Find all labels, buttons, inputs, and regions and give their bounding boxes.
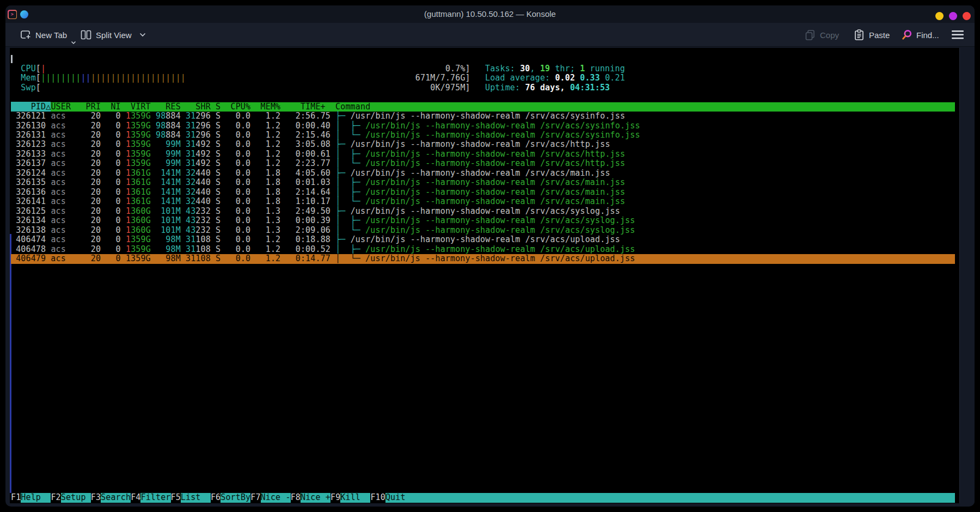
new-tab-label: New Tab [35,30,67,40]
fn-label-filter[interactable]: Filter [140,493,170,503]
split-view-chevron-down-icon [139,33,146,37]
process-row[interactable]: 326136 acs 20 0 1361G 141M 32440 S 0.0 1… [11,188,955,198]
window-close-button[interactable] [963,12,971,20]
process-row[interactable]: 326135 acs 20 0 1361G 141M 32440 S 0.0 1… [11,178,955,188]
split-view-label: Split View [96,30,132,40]
fn-key-f2[interactable]: F2 [51,493,60,503]
find-label: Find... [916,30,939,40]
window-title: (guttmann) 10.50.50.162 — Konsole [5,5,975,23]
copy-icon [805,29,816,40]
process-row[interactable]: 326130 acs 20 0 1359G 98884 31296 S 0.0 … [11,121,955,131]
tasks-summary: Tasks: 30, 19 thr; 1 running [485,64,625,74]
process-row-selected[interactable]: 406479 acs 20 0 1359G 98M 31108 S 0.0 1.… [11,254,955,264]
mem-meter: Mem[||||||||||||||||||||||||||||| 671M/7… [11,73,470,83]
fn-label-search[interactable]: Search [101,493,131,503]
process-row[interactable]: 406478 acs 20 0 1359G 98M 31108 S 0.0 1.… [11,245,955,255]
paste-button[interactable]: Paste [854,23,890,47]
copy-button[interactable]: Copy [805,23,839,47]
new-tab-button[interactable]: New Tab [20,23,67,47]
fn-label-sortby[interactable]: SortBy [220,493,250,503]
uptime: Uptime: 76 days, 04:31:53 [485,83,610,93]
process-row[interactable]: 326124 acs 20 0 1361G 141M 32440 S 0.0 1… [11,169,955,178]
process-row[interactable]: 406474 acs 20 0 1359G 98M 31108 S 0.0 1.… [11,235,955,245]
paste-label: Paste [869,30,890,40]
fn-label-setup[interactable]: Setup [61,493,91,503]
fn-bar-filler [415,493,955,503]
process-table-header[interactable]: PID△USER PRI NI VIRT RES SHR S CPU% MEM%… [11,102,955,112]
new-tab-icon [20,29,31,40]
fn-label-quit[interactable]: Quit [385,493,415,503]
konsole-window: > (guttmann) 10.50.50.162 — Konsole New … [5,5,975,507]
window-maximize-button[interactable] [949,12,957,20]
load-average: Load average: 0.02 0.33 0.21 [485,73,625,83]
fn-key-f6[interactable]: F6 [211,493,220,503]
process-row[interactable]: 326133 acs 20 0 1359G 99M 31492 S 0.0 1.… [11,150,955,159]
fn-key-f9[interactable]: F9 [330,493,340,503]
fn-key-f3[interactable]: F3 [91,493,101,503]
fn-key-f4[interactable]: F4 [131,493,140,503]
fn-label-list[interactable]: List [181,493,211,503]
process-row[interactable]: 326137 acs 20 0 1359G 99M 31492 S 0.0 1.… [11,159,955,169]
table-header-columns[interactable]: USER PRI NI VIRT RES SHR S CPU% MEM% TIM… [51,102,370,112]
split-view-button[interactable]: Split View [81,23,146,47]
process-row[interactable]: 326134 acs 20 0 1360G 101M 43232 S 0.0 1… [11,216,955,226]
toolbar: New Tab Split View Copy [5,23,975,47]
copy-label: Copy [820,30,839,40]
find-icon [901,29,912,40]
fn-key-f7[interactable]: F7 [250,493,260,503]
fn-label-help[interactable]: Help [21,493,51,503]
split-view-icon [81,29,91,40]
fn-key-f1[interactable]: F1 [11,493,21,503]
fn-key-f8[interactable]: F8 [291,493,301,503]
scrollbar-track[interactable] [959,48,975,503]
new-output-marker [10,234,11,493]
titlebar[interactable]: > (guttmann) 10.50.50.162 — Konsole [5,5,975,23]
fn-label-kill[interactable]: Kill [340,493,370,503]
pid-sort-column-header[interactable]: PID△ [11,102,51,112]
window-minimize-button[interactable] [935,12,944,20]
process-row[interactable]: 326131 acs 20 0 1359G 98884 31296 S 0.0 … [11,131,955,140]
process-row[interactable]: 326141 acs 20 0 1361G 141M 32440 S 0.0 1… [11,197,955,207]
fn-key-f5[interactable]: F5 [171,493,181,503]
paste-icon [854,29,865,40]
swap-meter: Swp[ 0K/975M] [11,83,470,93]
process-row[interactable]: 326138 acs 20 0 1360G 101M 43232 S 0.0 1… [11,226,955,236]
fn-label-nice-[interactable]: Nice + [301,493,330,503]
function-key-bar[interactable]: F1Help F2Setup F3SearchF4FilterF5List F6… [11,493,955,503]
fn-key-f10[interactable]: F10 [370,493,385,503]
terminal-area[interactable]: CPU[| 0.7%] Mem[||||||||||||||||||||||||… [10,48,959,503]
process-row[interactable]: 326125 acs 20 0 1360G 101M 43232 S 0.0 1… [11,207,955,217]
process-row[interactable]: 326121 acs 20 0 1359G 98884 31296 S 0.0 … [11,112,955,121]
find-button[interactable]: Find... [901,23,939,47]
fn-label-nice-[interactable]: Nice - [261,493,291,503]
hamburger-menu-button[interactable] [951,30,964,40]
process-row[interactable]: 326123 acs 20 0 1359G 99M 31492 S 0.0 1.… [11,140,955,150]
new-tab-chevron-down-icon [71,41,76,45]
cpu-meter: CPU[| 0.7%] [11,64,470,74]
terminal-cursor [11,55,13,63]
